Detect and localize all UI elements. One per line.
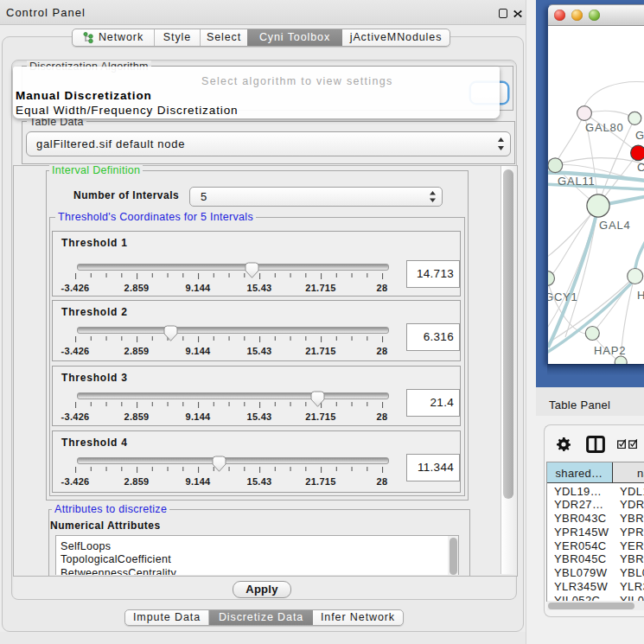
- svg-text:HAP2: HAP2: [594, 344, 626, 357]
- svg-text:GAL4: GAL4: [599, 219, 630, 232]
- svg-text:GA: GA: [635, 129, 644, 142]
- svg-text:H: H: [637, 289, 644, 302]
- svg-text:C: C: [637, 161, 644, 174]
- svg-text:GCY1: GCY1: [548, 290, 578, 303]
- svg-text:GAL80: GAL80: [585, 121, 623, 134]
- svg-text:GAL11: GAL11: [558, 175, 596, 188]
